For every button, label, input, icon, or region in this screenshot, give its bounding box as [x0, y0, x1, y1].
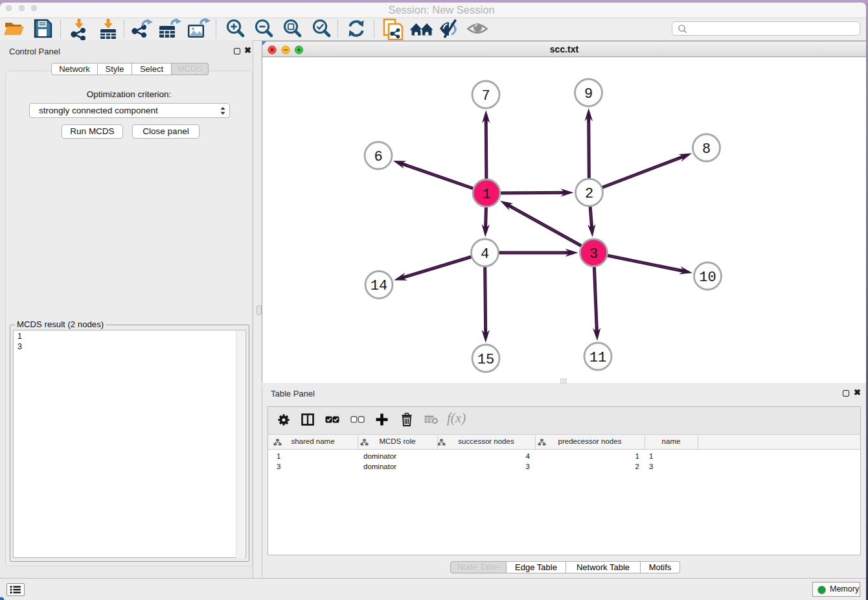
svg-text:1: 1	[482, 187, 490, 203]
svg-text:8: 8	[702, 141, 711, 157]
svg-text:4: 4	[481, 246, 489, 262]
svg-text:11: 11	[589, 350, 606, 366]
svg-text:7: 7	[481, 88, 490, 104]
svg-text:10: 10	[699, 270, 716, 286]
svg-text:3: 3	[589, 246, 598, 262]
svg-text:15: 15	[477, 352, 494, 368]
svg-text:9: 9	[584, 86, 593, 102]
svg-text:2: 2	[585, 186, 593, 202]
svg-text:14: 14	[371, 278, 387, 294]
svg-text:6: 6	[374, 149, 382, 165]
